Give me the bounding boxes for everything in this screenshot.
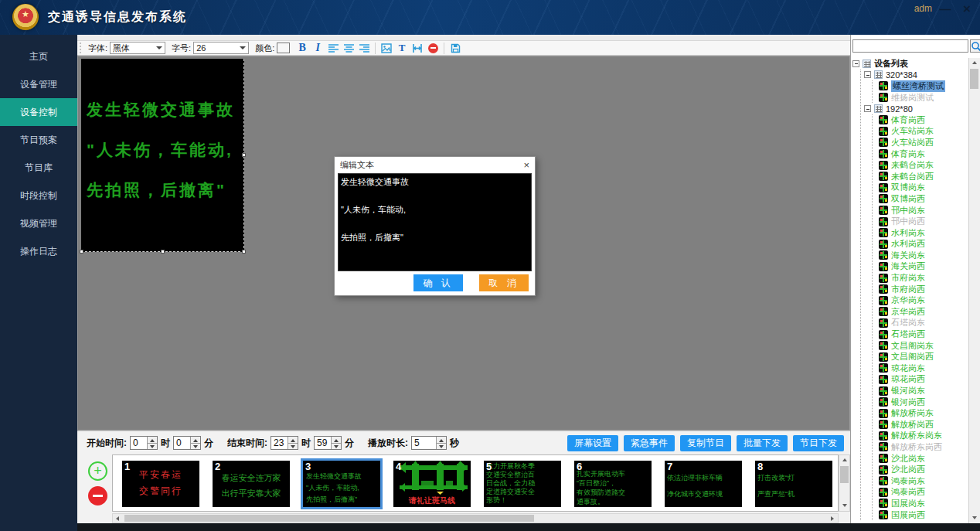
program-send-button[interactable]: 节目下发 bbox=[793, 435, 844, 451]
tree-device-item[interactable]: 解放桥岗东 bbox=[879, 407, 968, 419]
tree-device-item[interactable]: 解放桥岗西 bbox=[879, 419, 968, 431]
search-input[interactable] bbox=[852, 39, 968, 53]
tree-device-item[interactable]: 火车站岗西 bbox=[879, 137, 968, 148]
italic-button[interactable]: I bbox=[310, 41, 325, 55]
tree-device-item[interactable]: 市府岗西 bbox=[879, 284, 968, 295]
insert-image-button[interactable] bbox=[379, 41, 394, 55]
tree-device-item[interactable]: 沙北岗东 bbox=[879, 453, 968, 465]
search-button[interactable] bbox=[970, 39, 980, 53]
copy-program-button[interactable]: 复制节目 bbox=[680, 435, 731, 451]
save-button[interactable] bbox=[447, 41, 463, 55]
scrollbar-thumb[interactable] bbox=[840, 466, 849, 483]
align-center-button[interactable] bbox=[341, 41, 356, 55]
font-select[interactable]: 黑体 bbox=[110, 42, 165, 54]
tree-device-item[interactable]: 文昌阁岗东 bbox=[879, 340, 968, 352]
tree-device-item[interactable]: 市府岗东 bbox=[879, 272, 968, 284]
playlist-horizontal-scrollbar[interactable] bbox=[112, 513, 839, 523]
dialog-title-bar[interactable]: 编辑文本 × bbox=[335, 157, 535, 173]
tree-device-item[interactable]: 来鹤台岗东 bbox=[879, 159, 968, 171]
sidebar-item-home[interactable]: 主页 bbox=[0, 43, 77, 70]
scroll-left-icon[interactable] bbox=[113, 514, 123, 522]
end-minute-stepper[interactable]: 59 bbox=[314, 436, 342, 450]
spin-up-icon[interactable] bbox=[332, 437, 341, 443]
collapse-icon[interactable] bbox=[852, 60, 859, 67]
insert-text-button[interactable]: T bbox=[394, 41, 410, 55]
cancel-button[interactable]: 取 消 bbox=[479, 274, 529, 291]
close-icon[interactable]: × bbox=[958, 2, 975, 17]
batch-send-button[interactable]: 批量下发 bbox=[737, 435, 788, 451]
tree-device-item[interactable]: 来鹤台岗西 bbox=[879, 171, 968, 182]
playlist-item-2[interactable]: 2春运安全连万家出行平安靠大家 bbox=[213, 461, 290, 507]
sidebar-item-device-manage[interactable]: 设备管理 bbox=[0, 70, 77, 98]
tree-device-item[interactable]: 体育岗东 bbox=[879, 148, 968, 160]
playlist-item-4[interactable]: 4请礼让斑马线 bbox=[393, 461, 471, 507]
sidebar-item-device-control[interactable]: 设备控制 bbox=[0, 98, 77, 126]
resize-handle[interactable] bbox=[161, 250, 165, 254]
playlist-item-3[interactable]: 3发生轻微交通事故"人未伤，车能动,先拍照，后撤离" bbox=[303, 461, 380, 507]
tree-device-item[interactable]: 银河岗东 bbox=[879, 385, 968, 397]
tree-device-item[interactable]: 解放桥东岗西 bbox=[879, 441, 968, 453]
scrollbar-thumb[interactable] bbox=[970, 69, 978, 89]
scroll-up-icon[interactable] bbox=[969, 58, 979, 68]
spin-up-icon[interactable] bbox=[191, 437, 200, 443]
tree-device-item[interactable]: 海关岗西 bbox=[879, 261, 968, 273]
tree-device-item[interactable]: 维扬岗测试 bbox=[879, 92, 968, 104]
playlist-item-7[interactable]: 7依法治理非标车辆净化城市交通环境 bbox=[665, 461, 742, 507]
tree-group-320*384[interactable]: 320*384 bbox=[864, 70, 968, 81]
playlist-item-1[interactable]: 1平安春运交警同行 bbox=[122, 461, 199, 507]
sidebar-item-video-manage[interactable]: 视频管理 bbox=[0, 209, 77, 237]
start-hour-stepper[interactable]: 0 bbox=[130, 436, 158, 450]
align-right-button[interactable] bbox=[356, 41, 372, 55]
tree-device-item[interactable]: 沙北岗西 bbox=[879, 464, 968, 475]
tree-device-item[interactable]: 双博岗西 bbox=[879, 193, 968, 205]
playlist-item-6[interactable]: 6扎实开展电动车“百日整治”，有效预防道路交通事故。 bbox=[574, 461, 652, 507]
color-swatch[interactable] bbox=[277, 43, 290, 53]
scroll-down-icon[interactable] bbox=[969, 513, 979, 523]
tree-device-item[interactable]: 螺丝湾桥测试 bbox=[879, 80, 968, 92]
scroll-down-icon[interactable] bbox=[839, 501, 849, 511]
confirm-button[interactable]: 确 认 bbox=[413, 274, 463, 291]
tree-device-item[interactable]: 水利岗西 bbox=[879, 239, 968, 250]
playlist-item-8[interactable]: 8打击改装“灯严查严惩“机 bbox=[755, 461, 832, 507]
remove-program-button[interactable] bbox=[88, 486, 107, 505]
sidebar-item-operation-log[interactable]: 操作日志 bbox=[0, 237, 77, 265]
spin-down-icon[interactable] bbox=[288, 443, 298, 450]
tree-device-item[interactable]: 文昌阁岗西 bbox=[879, 351, 968, 363]
resize-handle[interactable] bbox=[242, 250, 246, 254]
playlist-item-5[interactable]: 5大力开展秋冬季交通安全整治百日会战，全力稳定道路交通安全形势！ bbox=[484, 461, 561, 507]
scrollbar-thumb[interactable] bbox=[124, 515, 534, 522]
screen-settings-button[interactable]: 屏幕设置 bbox=[567, 435, 618, 451]
tree-device-item[interactable]: 解放桥东岗东 bbox=[879, 431, 968, 442]
emergency-event-button[interactable]: 紧急事件 bbox=[624, 435, 675, 451]
scroll-up-icon[interactable] bbox=[839, 455, 849, 465]
resize-handle[interactable] bbox=[80, 250, 83, 254]
tree-device-item[interactable]: 邗中岗西 bbox=[879, 216, 968, 227]
spin-up-icon[interactable] bbox=[437, 437, 446, 443]
tree-device-item[interactable]: 鸿泰岗西 bbox=[879, 487, 968, 499]
tree-scrollbar[interactable] bbox=[968, 58, 980, 523]
sidebar-item-program-plan[interactable]: 节目预案 bbox=[0, 126, 77, 154]
align-left-button[interactable] bbox=[325, 41, 341, 55]
sidebar-item-period-control[interactable]: 时段控制 bbox=[0, 182, 77, 209]
tree-device-item[interactable]: 双博岗东 bbox=[879, 182, 968, 194]
font-size-select[interactable]: 26 bbox=[193, 42, 249, 54]
spin-down-icon[interactable] bbox=[148, 443, 157, 450]
end-hour-stepper[interactable]: 23 bbox=[271, 436, 298, 450]
minimize-icon[interactable]: — bbox=[937, 2, 954, 17]
tree-device-item[interactable]: 京华岗西 bbox=[879, 306, 968, 318]
collapse-icon[interactable] bbox=[864, 105, 871, 112]
spin-up-icon[interactable] bbox=[288, 437, 298, 443]
tree-device-item[interactable]: 石塔岗东 bbox=[879, 318, 968, 329]
tree-device-item[interactable]: 琼花岗东 bbox=[879, 363, 968, 374]
tree-device-item[interactable]: 水利岗东 bbox=[879, 227, 968, 239]
start-minute-stepper[interactable]: 0 bbox=[173, 436, 201, 450]
tree-root[interactable]: 设备列表 bbox=[852, 58, 968, 70]
tree-device-item[interactable]: 邗中岗东 bbox=[879, 205, 968, 216]
add-program-button[interactable]: + bbox=[88, 461, 107, 481]
close-icon[interactable]: × bbox=[523, 159, 529, 171]
tree-device-item[interactable]: 海关岗东 bbox=[879, 250, 968, 261]
tree-device-item[interactable]: 体育岗西 bbox=[879, 114, 968, 126]
spin-up-icon[interactable] bbox=[148, 437, 157, 443]
collapse-icon[interactable] bbox=[864, 71, 871, 78]
text-editor-area[interactable]: 发生轻微交通事故 "人未伤，车能动, 先拍照，后撤离" bbox=[338, 173, 532, 271]
